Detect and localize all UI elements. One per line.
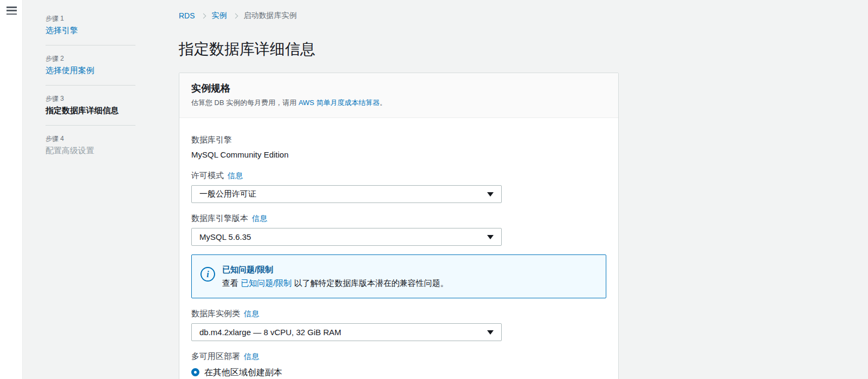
caret-down-icon: [487, 330, 494, 335]
card-header: 实例规格 估算您 DB 实例的每月费用，请用 AWS 简单月度成本结算器。: [179, 73, 618, 118]
step-item-2: 步骤 2 选择使用案例: [46, 54, 135, 76]
chevron-right-icon: [232, 13, 238, 18]
alert-text-part: 查看: [222, 278, 241, 287]
multi-az-label: 多可用区部署信息: [191, 351, 606, 362]
instance-spec-card: 实例规格 估算您 DB 实例的每月费用，请用 AWS 简单月度成本结算器。 数据…: [179, 73, 619, 379]
engine-version-label: 数据库引擎版本信息: [191, 213, 606, 224]
hamburger-icon: [7, 6, 17, 8]
card-subtitle: 估算您 DB 实例的每月费用，请用 AWS 简单月度成本结算器。: [191, 98, 606, 108]
sidebar-item-db-details-current: 指定数据库详细信息: [46, 104, 135, 116]
wizard-steps-sidebar: 步骤 1 选择引擎 步骤 2 选择使用案例 步骤 3 指定数据库详细信息 步骤 …: [46, 14, 135, 156]
label-text: 数据库实例类: [191, 309, 240, 318]
subtitle-text: 估算您 DB 实例的每月费用，请用: [191, 99, 299, 107]
field-db-engine: 数据库引擎 MySQL Community Edition: [191, 134, 606, 160]
label-text: 许可模式: [191, 171, 224, 180]
caret-down-icon: [487, 192, 494, 197]
engine-version-info-link[interactable]: 信息: [252, 214, 267, 223]
db-engine-label: 数据库引擎: [191, 134, 606, 145]
field-license-model: 许可模式信息 一般公用许可证: [191, 170, 606, 203]
step-divider: [46, 45, 135, 45]
page-title: 指定数据库详细信息: [179, 39, 619, 60]
step-number-label: 步骤 3: [46, 94, 135, 103]
alert-text: 查看 已知问题/限制 以了解特定数据库版本潜在的兼容性问题。: [222, 278, 449, 289]
cost-calculator-link[interactable]: AWS 简单月度成本结算器: [299, 99, 380, 107]
engine-version-select[interactable]: MySQL 5.6.35: [191, 228, 502, 246]
breadcrumb: RDS 实例 启动数据库实例: [179, 11, 619, 21]
subtitle-text: 。: [380, 99, 387, 107]
step-number-label: 步骤 2: [46, 54, 135, 63]
multi-az-option-label: 在其他区域创建副本: [204, 367, 282, 378]
alert-text-part: 以了解特定数据库版本潜在的兼容性问题。: [292, 278, 448, 287]
label-text: 数据库引擎版本: [191, 213, 248, 223]
step-item-1: 步骤 1 选择引擎: [46, 14, 135, 36]
hamburger-icon: [7, 14, 17, 15]
instance-class-select[interactable]: db.m4.2xlarge — 8 vCPU, 32 GiB RAM: [191, 323, 502, 341]
hamburger-icon: [7, 10, 17, 11]
step-item-4: 步骤 4 配置高级设置: [46, 134, 135, 156]
sidebar-item-select-engine[interactable]: 选择引擎: [46, 24, 135, 36]
collapsed-nav-rail: [0, 0, 23, 379]
menu-button[interactable]: [7, 6, 17, 15]
field-multi-az: 多可用区部署信息 在其他区域创建副本 在不同的可用区 (AZ) 中创建一个副本以…: [191, 351, 606, 379]
card-body: 数据库引擎 MySQL Community Edition 许可模式信息 一般公…: [179, 118, 618, 379]
caret-down-icon: [487, 235, 494, 239]
sidebar-item-use-case[interactable]: 选择使用案例: [46, 64, 135, 76]
license-model-selected-value: 一般公用许可证: [199, 189, 256, 199]
step-item-3: 步骤 3 指定数据库详细信息: [46, 94, 135, 116]
main-content: RDS 实例 启动数据库实例 指定数据库详细信息 实例规格 估算您 DB 实例的…: [179, 0, 619, 379]
field-instance-class: 数据库实例类信息 db.m4.2xlarge — 8 vCPU, 32 GiB …: [191, 308, 606, 341]
info-circle-icon: i: [200, 267, 215, 282]
card-title: 实例规格: [191, 82, 606, 95]
chevron-right-icon: [200, 13, 206, 18]
multi-az-info-link[interactable]: 信息: [244, 352, 259, 361]
breadcrumb-link-rds[interactable]: RDS: [179, 11, 195, 20]
known-issues-link[interactable]: 已知问题/限制: [241, 278, 292, 287]
instance-class-info-link[interactable]: 信息: [244, 309, 259, 318]
alert-content: 已知问题/限制 查看 已知问题/限制 以了解特定数据库版本潜在的兼容性问题。: [222, 264, 449, 289]
instance-class-selected-value: db.m4.2xlarge — 8 vCPU, 32 GiB RAM: [199, 328, 341, 337]
radio-selected-icon[interactable]: [191, 368, 199, 376]
sidebar-item-advanced-settings: 配置高级设置: [46, 145, 135, 156]
license-info-link[interactable]: 信息: [228, 171, 243, 180]
multi-az-radio-option[interactable]: 在其他区域创建副本: [191, 367, 606, 378]
step-number-label: 步骤 4: [46, 134, 135, 143]
license-model-select[interactable]: 一般公用许可证: [191, 185, 502, 203]
alert-title: 已知问题/限制: [222, 264, 449, 275]
label-text: 多可用区部署: [191, 351, 240, 361]
step-divider: [46, 125, 135, 126]
field-engine-version: 数据库引擎版本信息 MySQL 5.6.35: [191, 213, 606, 246]
instance-class-label: 数据库实例类信息: [191, 308, 606, 319]
step-divider: [46, 85, 135, 86]
db-engine-value: MySQL Community Edition: [191, 149, 606, 160]
breadcrumb-current: 启动数据库实例: [244, 11, 297, 21]
known-issues-alert: i 已知问题/限制 查看 已知问题/限制 以了解特定数据库版本潜在的兼容性问题。: [191, 254, 606, 298]
engine-version-selected-value: MySQL 5.6.35: [199, 232, 251, 241]
step-number-label: 步骤 1: [46, 14, 135, 23]
license-model-label: 许可模式信息: [191, 170, 606, 181]
breadcrumb-link-instances[interactable]: 实例: [212, 11, 227, 21]
